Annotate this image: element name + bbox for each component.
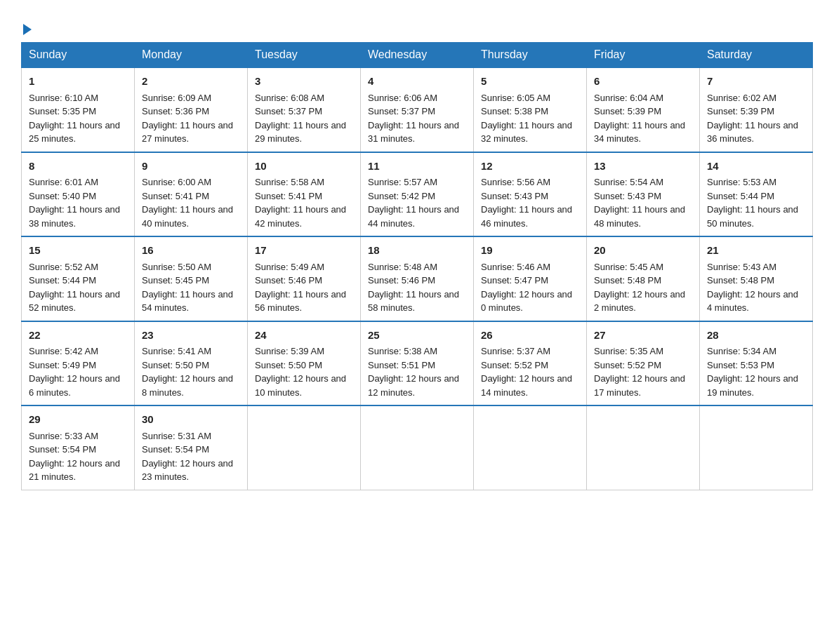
calendar-header-tuesday: Tuesday	[248, 43, 361, 68]
calendar-cell: 25Sunrise: 5:38 AMSunset: 5:51 PMDayligh…	[361, 321, 474, 406]
calendar-cell: 18Sunrise: 5:48 AMSunset: 5:46 PMDayligh…	[361, 236, 474, 321]
day-number: 19	[481, 243, 579, 259]
calendar-cell	[248, 405, 361, 490]
day-number: 29	[29, 412, 127, 428]
day-number: 8	[29, 159, 127, 175]
day-number: 14	[707, 159, 805, 175]
day-number: 21	[707, 243, 805, 259]
calendar-cell: 16Sunrise: 5:50 AMSunset: 5:45 PMDayligh…	[135, 236, 248, 321]
day-number: 17	[255, 243, 353, 259]
calendar-week-row: 8Sunrise: 6:01 AMSunset: 5:40 PMDaylight…	[22, 152, 813, 237]
day-number: 23	[142, 328, 240, 344]
calendar-cell: 30Sunrise: 5:31 AMSunset: 5:54 PMDayligh…	[135, 405, 248, 490]
calendar-table: SundayMondayTuesdayWednesdayThursdayFrid…	[21, 42, 813, 490]
calendar-cell: 8Sunrise: 6:01 AMSunset: 5:40 PMDaylight…	[22, 152, 135, 237]
calendar-header-thursday: Thursday	[474, 43, 587, 68]
day-number: 1	[29, 74, 127, 90]
day-number: 10	[255, 159, 353, 175]
calendar-header-row: SundayMondayTuesdayWednesdayThursdayFrid…	[22, 43, 813, 68]
page-header	[21, 14, 813, 35]
calendar-cell: 29Sunrise: 5:33 AMSunset: 5:54 PMDayligh…	[22, 405, 135, 490]
calendar-cell: 21Sunrise: 5:43 AMSunset: 5:48 PMDayligh…	[700, 236, 813, 321]
day-number: 5	[481, 74, 579, 90]
day-number: 13	[594, 159, 692, 175]
calendar-cell	[587, 405, 700, 490]
logo	[21, 14, 32, 35]
calendar-cell: 1Sunrise: 6:10 AMSunset: 5:35 PMDaylight…	[22, 67, 135, 152]
day-number: 15	[29, 243, 127, 259]
calendar-cell: 3Sunrise: 6:08 AMSunset: 5:37 PMDaylight…	[248, 67, 361, 152]
calendar-cell: 12Sunrise: 5:56 AMSunset: 5:43 PMDayligh…	[474, 152, 587, 237]
calendar-cell	[474, 405, 587, 490]
day-number: 4	[368, 74, 466, 90]
calendar-week-row: 22Sunrise: 5:42 AMSunset: 5:49 PMDayligh…	[22, 321, 813, 406]
day-number: 27	[594, 328, 692, 344]
calendar-cell: 26Sunrise: 5:37 AMSunset: 5:52 PMDayligh…	[474, 321, 587, 406]
day-number: 20	[594, 243, 692, 259]
calendar-cell: 7Sunrise: 6:02 AMSunset: 5:39 PMDaylight…	[700, 67, 813, 152]
calendar-cell	[700, 405, 813, 490]
day-number: 3	[255, 74, 353, 90]
calendar-header-sunday: Sunday	[22, 43, 135, 68]
day-number: 12	[481, 159, 579, 175]
day-number: 6	[594, 74, 692, 90]
calendar-cell: 5Sunrise: 6:05 AMSunset: 5:38 PMDaylight…	[474, 67, 587, 152]
calendar-cell: 24Sunrise: 5:39 AMSunset: 5:50 PMDayligh…	[248, 321, 361, 406]
calendar-header-wednesday: Wednesday	[361, 43, 474, 68]
calendar-cell: 6Sunrise: 6:04 AMSunset: 5:39 PMDaylight…	[587, 67, 700, 152]
calendar-cell: 27Sunrise: 5:35 AMSunset: 5:52 PMDayligh…	[587, 321, 700, 406]
calendar-week-row: 1Sunrise: 6:10 AMSunset: 5:35 PMDaylight…	[22, 67, 813, 152]
calendar-cell: 2Sunrise: 6:09 AMSunset: 5:36 PMDaylight…	[135, 67, 248, 152]
calendar-week-row: 15Sunrise: 5:52 AMSunset: 5:44 PMDayligh…	[22, 236, 813, 321]
calendar-cell: 28Sunrise: 5:34 AMSunset: 5:53 PMDayligh…	[700, 321, 813, 406]
calendar-cell: 4Sunrise: 6:06 AMSunset: 5:37 PMDaylight…	[361, 67, 474, 152]
logo-blue-text	[21, 21, 32, 35]
calendar-cell: 14Sunrise: 5:53 AMSunset: 5:44 PMDayligh…	[700, 152, 813, 237]
day-number: 25	[368, 328, 466, 344]
calendar-cell: 10Sunrise: 5:58 AMSunset: 5:41 PMDayligh…	[248, 152, 361, 237]
calendar-cell: 22Sunrise: 5:42 AMSunset: 5:49 PMDayligh…	[22, 321, 135, 406]
calendar-cell: 9Sunrise: 6:00 AMSunset: 5:41 PMDaylight…	[135, 152, 248, 237]
day-number: 9	[142, 159, 240, 175]
calendar-header-saturday: Saturday	[700, 43, 813, 68]
calendar-week-row: 29Sunrise: 5:33 AMSunset: 5:54 PMDayligh…	[22, 405, 813, 490]
day-number: 22	[29, 328, 127, 344]
day-number: 11	[368, 159, 466, 175]
day-number: 16	[142, 243, 240, 259]
day-number: 18	[368, 243, 466, 259]
calendar-cell: 17Sunrise: 5:49 AMSunset: 5:46 PMDayligh…	[248, 236, 361, 321]
calendar-cell: 23Sunrise: 5:41 AMSunset: 5:50 PMDayligh…	[135, 321, 248, 406]
calendar-cell: 19Sunrise: 5:46 AMSunset: 5:47 PMDayligh…	[474, 236, 587, 321]
logo-arrow-icon	[23, 24, 32, 35]
calendar-header-monday: Monday	[135, 43, 248, 68]
day-number: 28	[707, 328, 805, 344]
day-number: 30	[142, 412, 240, 428]
calendar-cell: 13Sunrise: 5:54 AMSunset: 5:43 PMDayligh…	[587, 152, 700, 237]
calendar-cell	[361, 405, 474, 490]
calendar-cell: 11Sunrise: 5:57 AMSunset: 5:42 PMDayligh…	[361, 152, 474, 237]
calendar-header-friday: Friday	[587, 43, 700, 68]
calendar-cell: 15Sunrise: 5:52 AMSunset: 5:44 PMDayligh…	[22, 236, 135, 321]
day-number: 2	[142, 74, 240, 90]
day-number: 7	[707, 74, 805, 90]
day-number: 26	[481, 328, 579, 344]
day-number: 24	[255, 328, 353, 344]
calendar-cell: 20Sunrise: 5:45 AMSunset: 5:48 PMDayligh…	[587, 236, 700, 321]
